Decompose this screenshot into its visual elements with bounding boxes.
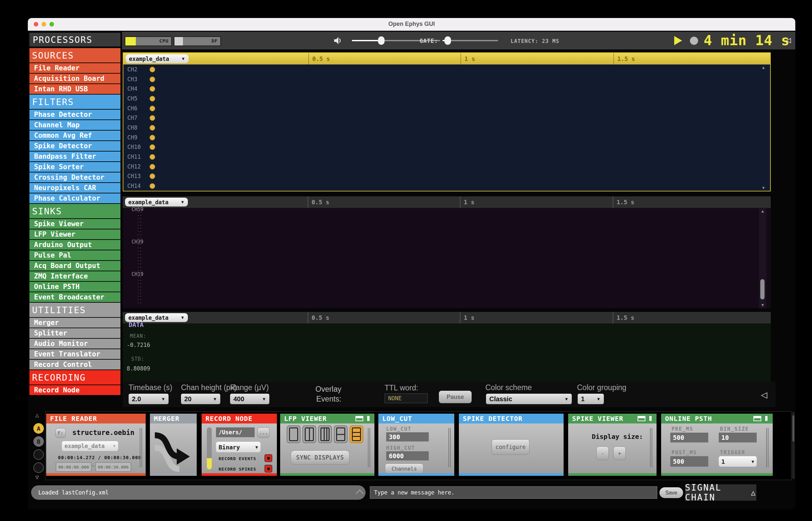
- file-start-time-field[interactable]: 00:00:00.000: [55, 462, 92, 472]
- layout-button-2[interactable]: [302, 426, 316, 443]
- sidebar-item-acq-board-output[interactable]: Acq Board Output: [29, 261, 120, 271]
- sidebar-item-event-translator[interactable]: Event Translator: [29, 349, 120, 359]
- open-tab-icon[interactable]: [649, 416, 652, 421]
- sidebar-item-event-broadcaster[interactable]: Event Broadcaster: [29, 292, 120, 302]
- module-merger[interactable]: MERGER: [150, 414, 197, 476]
- chevron-up-icon[interactable]: [355, 489, 364, 495]
- sidebar-item-splitter[interactable]: Splitter: [29, 328, 120, 338]
- audio-monitor-dot[interactable]: [150, 67, 155, 72]
- audio-monitor-dot[interactable]: [150, 106, 155, 111]
- range-dropdown[interactable]: 400▼: [230, 394, 269, 404]
- open-tab-icon[interactable]: [765, 416, 767, 421]
- module-file-reader[interactable]: FILE READER F: structure.oebin example_d…: [46, 414, 145, 476]
- sync-displays-button[interactable]: SYNC DISPLAYS: [291, 450, 349, 465]
- sidebar-item-audio-monitor[interactable]: Audio Monitor: [29, 339, 120, 348]
- raster-stream-selector[interactable]: example_data ▼: [125, 198, 188, 206]
- sidebar-item-arduino-output[interactable]: Arduino Output: [29, 240, 120, 250]
- drag-handle[interactable]: [766, 428, 769, 467]
- module-spike-viewer[interactable]: SPIKE VIEWER Display size: - +: [568, 414, 657, 476]
- spike-raster-panel[interactable]: example_data ▼ 0.5 s1 s1.5 s CH59-------…: [123, 196, 771, 308]
- selector-empty-1[interactable]: [33, 449, 44, 460]
- sidebar-item-zmq-interface[interactable]: ZMQ Interface: [29, 271, 120, 281]
- timebase-dropdown[interactable]: 2.0▼: [129, 394, 168, 404]
- sidebar-item-crossing-detector[interactable]: Crossing Detector: [29, 173, 120, 182]
- sidebar-item-intan-rhd-usb[interactable]: Intan RHD USB: [29, 84, 120, 94]
- collapse-toolbar-icon[interactable]: ◁: [786, 35, 791, 45]
- selector-empty-2[interactable]: [33, 462, 44, 473]
- color-grouping-dropdown[interactable]: 1▼: [578, 394, 604, 404]
- sidebar-item-bandpass-filter[interactable]: Bandpass Filter: [29, 152, 120, 161]
- pre-ms-field[interactable]: 500: [670, 433, 708, 443]
- continuous-data-panel[interactable]: example_data ▼ 0.5 s1 s1.5 s DATA MEAN: …: [123, 312, 771, 382]
- sidebar-item-lfp-viewer[interactable]: LFP Viewer: [29, 229, 120, 239]
- raster-scrollbar[interactable]: ▲ ▼: [759, 208, 766, 308]
- sidebar-item-spike-viewer[interactable]: Spike Viewer: [29, 219, 120, 229]
- chain-scrollbar-thumb[interactable]: [792, 415, 794, 441]
- drag-handle[interactable]: [650, 428, 653, 467]
- file-stream-dropdown[interactable]: example_data▼: [62, 441, 118, 451]
- raster-scrollbar-thumb[interactable]: [760, 279, 765, 299]
- selector-up-icon[interactable]: △: [35, 411, 39, 418]
- file-end-time-field[interactable]: 00:00:30.000: [95, 462, 131, 472]
- selector-a-button[interactable]: A: [33, 423, 44, 434]
- sidebar-item-common-avg-ref[interactable]: Common Avg Ref: [29, 131, 120, 140]
- sidebar-item-record-control[interactable]: Record Control: [29, 360, 120, 369]
- color-scheme-dropdown[interactable]: Classic▼: [486, 394, 572, 404]
- configure-button[interactable]: configure: [492, 439, 529, 455]
- record-spikes-toggle[interactable]: [265, 465, 272, 473]
- browse-button[interactable]: ...: [257, 427, 270, 438]
- record-engine-dropdown[interactable]: Binary▼: [216, 442, 261, 452]
- sidebar-item-acquisition-board[interactable]: Acquisition Board: [29, 74, 120, 84]
- audio-monitor-dot[interactable]: [150, 96, 155, 101]
- message-input[interactable]: Type a new message here.: [370, 486, 657, 499]
- audio-monitor-dot[interactable]: [150, 125, 155, 131]
- data-trace-canvas[interactable]: [123, 323, 769, 382]
- chain-scrollbar[interactable]: [792, 412, 795, 479]
- chan-height-dropdown[interactable]: 20▼: [181, 394, 220, 404]
- module-lfp-viewer[interactable]: LFP VIEWER SYNC DISPLAYS: [280, 414, 375, 476]
- file-button[interactable]: F:: [55, 428, 66, 438]
- gate-slider-thumb[interactable]: [445, 36, 451, 45]
- audio-monitor-dot[interactable]: [150, 164, 155, 169]
- data-trace-area[interactable]: DATA MEAN: -0.7216 STD: 8.80809: [123, 323, 771, 382]
- pause-button[interactable]: Pause: [439, 391, 472, 403]
- selector-b-button[interactable]: B: [33, 436, 44, 447]
- audio-monitor-dot[interactable]: [150, 76, 155, 82]
- sidebar-item-pulse-pal[interactable]: Pulse Pal: [29, 250, 120, 260]
- drag-handle[interactable]: [140, 428, 143, 467]
- sidebar-item-record-node[interactable]: Record Node: [29, 385, 120, 395]
- sidebar-item-online-psth[interactable]: Online PSTH: [29, 282, 120, 292]
- gate-slider[interactable]: [443, 40, 498, 41]
- collapse-controls-icon[interactable]: ◁: [761, 390, 767, 400]
- scroll-down-icon[interactable]: ▼: [762, 185, 765, 190]
- scroll-up-icon[interactable]: ▲: [759, 209, 766, 213]
- display-size-plus-button[interactable]: +: [613, 446, 626, 460]
- drag-handle[interactable]: [368, 428, 371, 467]
- lfp-stream-selector[interactable]: example_data ▼: [126, 54, 188, 63]
- record-button[interactable]: [690, 37, 698, 45]
- sidebar-item-phase-detector[interactable]: Phase Detector: [29, 110, 120, 119]
- sidebar-item-merger[interactable]: Merger: [29, 318, 120, 327]
- module-record-node[interactable]: RECORD NODE /Users/ ... Binary▼ RECORD E…: [202, 414, 277, 476]
- low-cut-field[interactable]: 300: [386, 432, 429, 441]
- signal-chain-toggle[interactable]: SIGNAL CHAIN △: [685, 484, 757, 501]
- save-button[interactable]: Save: [659, 487, 683, 498]
- trigger-dropdown[interactable]: 1▼: [719, 456, 757, 467]
- sidebar-item-spike-sorter[interactable]: Spike Sorter: [29, 162, 120, 172]
- play-button[interactable]: [674, 36, 682, 45]
- module-online-psth[interactable]: ONLINE PSTH PRE_MS 500 BIN_SIZE 10 POST_…: [661, 414, 773, 476]
- selector-down-icon[interactable]: ▽: [35, 474, 39, 480]
- volume-slider-thumb[interactable]: [378, 36, 385, 45]
- module-spike-detector[interactable]: SPIKE DETECTOR configure: [459, 414, 564, 476]
- audio-monitor-dot[interactable]: [150, 135, 155, 140]
- layout-button-4[interactable]: [334, 426, 347, 443]
- record-path-field[interactable]: /Users/: [216, 427, 255, 437]
- module-bandpass-filter[interactable]: LOW_CUT LOW_CUT 300 HIGH_CUT 6000 Channe…: [378, 414, 454, 476]
- sidebar-item-phase-calculator[interactable]: Phase Calculator: [29, 194, 120, 203]
- sidebar-item-channel-map[interactable]: Channel Map: [29, 120, 120, 130]
- raster-area[interactable]: CH59------------------CH39--------------…: [123, 208, 771, 308]
- layout-button-1[interactable]: [287, 426, 300, 443]
- sidebar-item-file-reader[interactable]: File Reader: [29, 63, 120, 73]
- scroll-up-icon[interactable]: ▲: [762, 65, 765, 70]
- lfp-traces-canvas[interactable]: [123, 65, 770, 191]
